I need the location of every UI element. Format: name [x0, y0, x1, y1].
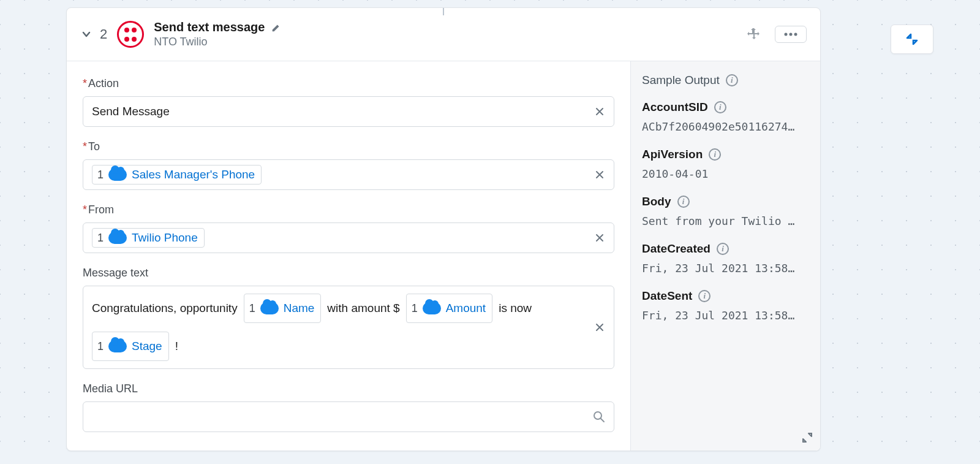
close-icon — [594, 169, 605, 180]
clear-from-button[interactable] — [594, 232, 605, 243]
to-datapill[interactable]: 1 Sales Manager's Phone — [92, 165, 262, 184]
step-card: 2 Send text message NTO Twilio * — [66, 7, 821, 451]
step-header: 2 Send text message NTO Twilio — [67, 8, 820, 61]
salesforce-icon — [423, 302, 441, 314]
chevron-down-icon — [80, 28, 92, 40]
message-pill-name[interactable]: 1 Name — [244, 294, 322, 323]
more-options-button[interactable] — [775, 26, 807, 43]
info-icon[interactable]: i — [709, 148, 721, 161]
close-icon — [594, 106, 605, 117]
sample-output-panel: Sample Output i AccountSID i ACb7f206049… — [630, 61, 820, 451]
action-label: *Action — [83, 77, 614, 90]
info-icon[interactable]: i — [714, 101, 726, 113]
drag-handle[interactable] — [744, 25, 764, 44]
svg-point-3 — [594, 412, 601, 419]
svg-point-0 — [785, 33, 788, 36]
compress-icon — [905, 32, 919, 46]
step-number: 2 — [100, 26, 107, 42]
collapse-toggle[interactable] — [78, 26, 95, 43]
message-pill-stage[interactable]: 1 Stage — [92, 332, 169, 361]
collapse-all-button[interactable] — [891, 25, 933, 54]
output-item: DateCreated i Fri, 23 Jul 2021 13:58… — [642, 242, 809, 275]
output-item: ApiVersion i 2010-04-01 — [642, 148, 809, 180]
clear-action-button[interactable] — [594, 106, 605, 117]
edit-title-button[interactable] — [271, 22, 282, 33]
from-label: *From — [83, 203, 614, 216]
step-title: Send text message — [154, 20, 265, 34]
close-icon — [594, 232, 605, 243]
message-label: Message text — [83, 267, 614, 280]
connector-line — [443, 8, 444, 15]
salesforce-icon — [108, 232, 127, 244]
svg-point-2 — [794, 33, 797, 36]
close-icon — [594, 322, 605, 333]
to-input[interactable]: 1 Sales Manager's Phone — [83, 159, 614, 190]
search-icon[interactable] — [593, 411, 605, 423]
salesforce-icon — [260, 302, 279, 314]
svg-point-1 — [790, 33, 793, 36]
expand-icon — [802, 432, 813, 443]
media-url-label: Media URL — [83, 382, 614, 395]
salesforce-icon — [108, 340, 127, 352]
output-title: Sample Output — [642, 74, 720, 87]
from-input[interactable]: 1 Twilio Phone — [83, 222, 614, 253]
ellipsis-icon — [784, 32, 797, 36]
action-value: Send Message — [92, 105, 170, 118]
clear-to-button[interactable] — [594, 169, 605, 180]
info-icon[interactable]: i — [698, 290, 710, 302]
clear-message-button[interactable] — [594, 322, 605, 333]
to-label: *To — [83, 140, 614, 153]
action-input[interactable]: Send Message — [83, 96, 614, 127]
message-input[interactable]: Congratulations, opportunity 1 Name with… — [83, 286, 614, 369]
expand-panel-button[interactable] — [802, 432, 813, 443]
info-icon[interactable]: i — [677, 196, 690, 208]
info-icon[interactable]: i — [726, 74, 738, 86]
form-area: *Action Send Message *To 1 Sales Manager… — [67, 61, 630, 451]
from-datapill[interactable]: 1 Twilio Phone — [92, 228, 205, 248]
pencil-icon — [271, 22, 282, 33]
twilio-icon — [117, 21, 144, 48]
move-icon — [747, 27, 761, 42]
output-item: DateSent i Fri, 23 Jul 2021 13:58… — [642, 289, 809, 322]
info-icon[interactable]: i — [717, 243, 729, 255]
output-item: Body i Sent from your Twilio … — [642, 195, 809, 227]
salesforce-icon — [108, 169, 127, 181]
output-item: AccountSID i ACb7f20604902e50116274… — [642, 101, 809, 133]
media-url-input[interactable] — [83, 401, 614, 432]
message-pill-amount[interactable]: 1 Amount — [406, 294, 493, 323]
connection-name: NTO Twilio — [154, 36, 744, 48]
